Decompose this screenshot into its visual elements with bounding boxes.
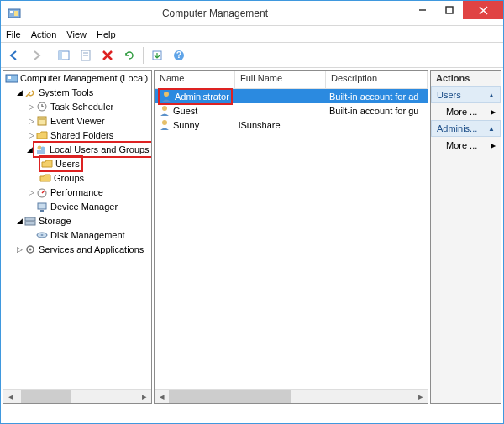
svg-rect-30 — [40, 210, 44, 212]
tree-performance[interactable]: ▷ Performance — [3, 185, 151, 199]
tree-local-users-groups[interactable]: ◢ Local Users and Groups — [3, 142, 151, 156]
close-button[interactable] — [463, 1, 503, 19]
column-name[interactable]: Name — [155, 71, 235, 88]
caret-icon[interactable]: ▷ — [15, 245, 24, 254]
caret-icon[interactable]: ▷ — [27, 102, 35, 111]
svg-point-38 — [162, 106, 167, 111]
cell-description: Built-in account for ad — [326, 92, 428, 102]
svg-rect-18 — [8, 76, 11, 79]
tree-label: Performance — [50, 187, 103, 197]
scroll-left-arrow[interactable]: ◂ — [155, 390, 169, 403]
tree-disk-management[interactable]: Disk Management — [3, 228, 151, 242]
tree-shared-folders[interactable]: ▷ Shared Folders — [3, 128, 151, 142]
tree-system-tools[interactable]: ◢ System Tools — [3, 85, 151, 99]
tree-horizontal-scrollbar[interactable]: ◂ ▸ — [3, 389, 151, 403]
list-row-guest[interactable]: Guest Built-in account for gu — [155, 103, 428, 118]
tree-services-apps[interactable]: ▷ Services and Applications — [3, 242, 151, 256]
help-button[interactable]: ? — [169, 45, 189, 65]
cell-name: Administrator — [175, 92, 229, 102]
clock-icon — [35, 100, 49, 113]
caret-icon[interactable]: ▷ — [27, 131, 35, 139]
tools-icon — [24, 86, 37, 99]
scroll-right-arrow[interactable]: ▸ — [137, 390, 151, 403]
tree-event-viewer[interactable]: ▷ Event Viewer — [3, 113, 151, 128]
tree-groups[interactable]: Groups — [3, 170, 151, 185]
svg-rect-31 — [25, 217, 35, 221]
column-fullname[interactable]: Full Name — [235, 71, 326, 88]
titlebar: Computer Management — [1, 1, 503, 26]
tree-label: Device Manager — [50, 202, 118, 212]
list-row-administrator[interactable]: Administrator Built-in account for ad — [155, 89, 428, 103]
column-description[interactable]: Description — [326, 71, 428, 88]
menu-file[interactable]: File — [6, 29, 21, 39]
scroll-left-arrow[interactable]: ◂ — [3, 390, 18, 403]
submenu-icon: ▶ — [491, 142, 496, 149]
tree-users[interactable]: Users — [3, 156, 151, 170]
forward-button[interactable] — [26, 45, 46, 65]
list-row-sunny[interactable]: Sunny iSunshare — [155, 118, 428, 132]
tree-task-scheduler[interactable]: ▷ Task Scheduler — [3, 99, 151, 113]
toolbar: ? — [1, 43, 503, 68]
list-horizontal-scrollbar[interactable]: ◂ ▸ — [155, 389, 428, 403]
main-area: Computer Management (Local) ◢ System Too… — [1, 68, 503, 406]
tree-label: Local Users and Groups — [50, 144, 150, 154]
actions-section-label: Users — [437, 90, 461, 100]
scroll-thumb[interactable] — [169, 390, 291, 403]
svg-rect-29 — [38, 203, 46, 209]
actions-more-users[interactable]: More ... ▶ — [431, 103, 501, 120]
caret-icon[interactable]: ◢ — [27, 145, 33, 154]
tree-label: Event Viewer — [50, 116, 105, 126]
event-icon — [35, 114, 49, 128]
user-icon — [158, 118, 171, 132]
svg-point-36 — [29, 248, 32, 250]
actions-item-label: More ... — [446, 140, 477, 150]
tree-label: Services and Applications — [39, 244, 144, 254]
minimize-button[interactable] — [409, 1, 436, 19]
user-icon — [160, 90, 173, 103]
services-icon — [24, 243, 37, 256]
caret-icon[interactable]: ▷ — [27, 188, 35, 196]
tree-label: Groups — [54, 173, 84, 183]
scroll-right-arrow[interactable]: ▸ — [413, 390, 428, 403]
cell-name: Sunny — [173, 120, 199, 130]
delete-button[interactable] — [97, 45, 118, 65]
list-body: Administrator Built-in account for ad Gu… — [155, 89, 428, 389]
tree-label: Users — [55, 159, 80, 169]
window-controls — [409, 1, 503, 25]
actions-more-administrator[interactable]: More ... ▶ — [431, 137, 501, 154]
svg-rect-32 — [25, 222, 35, 225]
svg-rect-8 — [59, 51, 62, 60]
toolbar-separator — [50, 47, 50, 64]
tree-pane: Computer Management (Local) ◢ System Too… — [3, 70, 152, 404]
back-button[interactable] — [4, 45, 24, 65]
app-icon — [8, 7, 21, 20]
actions-section-administrator[interactable]: Adminis... ▲ — [431, 120, 501, 137]
tree-label: Disk Management — [50, 230, 125, 240]
svg-rect-4 — [446, 7, 453, 13]
svg-rect-2 — [14, 11, 18, 16]
caret-icon[interactable]: ▷ — [27, 117, 35, 125]
refresh-button[interactable] — [119, 45, 139, 65]
caret-icon[interactable]: ◢ — [15, 88, 24, 97]
toolbar-separator — [143, 47, 144, 64]
actions-item-label: More ... — [446, 107, 477, 117]
svg-text:?: ? — [176, 50, 182, 60]
storage-icon — [24, 214, 37, 228]
scroll-thumb[interactable] — [21, 390, 71, 403]
user-icon — [158, 104, 171, 118]
tree-storage[interactable]: ◢ Storage — [3, 213, 151, 228]
maximize-button[interactable] — [436, 1, 463, 19]
tree-root[interactable]: Computer Management (Local) — [3, 71, 151, 85]
properties-button[interactable] — [76, 45, 96, 65]
tree-device-manager[interactable]: Device Manager — [3, 199, 151, 213]
caret-icon[interactable]: ◢ — [15, 217, 24, 225]
menu-action[interactable]: Action — [31, 29, 57, 39]
show-hide-tree-button[interactable] — [54, 45, 74, 65]
menu-help[interactable]: Help — [97, 29, 116, 39]
export-list-button[interactable] — [147, 45, 167, 65]
tree-label: Storage — [39, 216, 71, 226]
collapse-icon: ▲ — [488, 92, 495, 99]
menu-view[interactable]: View — [66, 29, 87, 39]
list-header: Name Full Name Description — [155, 71, 428, 89]
actions-section-users[interactable]: Users ▲ — [431, 86, 501, 103]
